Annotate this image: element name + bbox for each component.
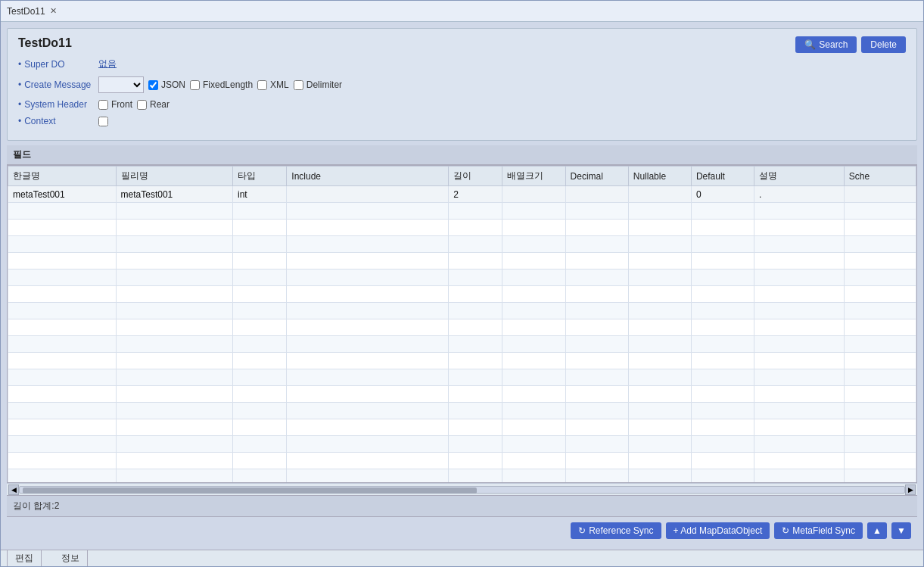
cell-default[interactable] (691, 336, 754, 353)
table-row[interactable] (8, 319, 916, 336)
cell-desc[interactable] (754, 469, 845, 484)
cell-length[interactable] (449, 419, 502, 436)
table-row[interactable] (8, 269, 916, 286)
scrollbar-track[interactable] (19, 486, 905, 494)
cell-nullable[interactable] (628, 369, 691, 386)
cell-field[interactable] (116, 403, 232, 419)
cell-length[interactable] (449, 203, 502, 220)
cell-include[interactable] (287, 369, 449, 386)
table-row[interactable] (8, 336, 916, 353)
cell-arraysize[interactable] (502, 253, 565, 269)
cell-korean[interactable] (8, 436, 117, 453)
cell-length[interactable] (449, 386, 502, 403)
cell-include[interactable] (287, 253, 449, 269)
cell-default[interactable] (691, 303, 754, 319)
cell-type[interactable] (233, 369, 287, 386)
cell-field[interactable] (116, 469, 232, 484)
cell-arraysize[interactable] (502, 269, 565, 286)
json-checkbox[interactable] (148, 80, 158, 90)
cell-length[interactable] (449, 319, 502, 336)
cell-korean[interactable] (8, 419, 117, 436)
context-checkbox[interactable] (98, 117, 108, 126)
cell-desc[interactable] (754, 253, 845, 269)
cell-korean[interactable] (8, 303, 117, 319)
cell-sche[interactable] (844, 336, 916, 353)
cell-include[interactable] (287, 469, 449, 484)
cell-decimal[interactable] (565, 269, 628, 286)
cell-korean[interactable] (8, 369, 117, 386)
table-row[interactable] (8, 436, 916, 453)
cell-field[interactable] (116, 336, 232, 353)
cell-include[interactable] (287, 186, 449, 203)
scrollbar-thumb[interactable] (23, 488, 477, 494)
cell-korean[interactable] (8, 353, 117, 369)
add-map-button[interactable]: + Add MapDataObject (666, 522, 770, 539)
cell-field[interactable] (116, 236, 232, 253)
table-row[interactable] (8, 469, 916, 484)
cell-desc[interactable] (754, 403, 845, 419)
cell-include[interactable] (287, 453, 449, 469)
meta-field-sync-button[interactable]: ↻ MetaField Sync (774, 522, 863, 539)
cell-arraysize[interactable] (502, 453, 565, 469)
cell-field[interactable] (116, 386, 232, 403)
cell-desc[interactable] (754, 436, 845, 453)
table-row[interactable] (8, 236, 916, 253)
cell-length[interactable] (449, 286, 502, 303)
cell-field[interactable] (116, 419, 232, 436)
cell-include[interactable] (287, 419, 449, 436)
cell-korean[interactable] (8, 403, 117, 419)
cell-length[interactable] (449, 236, 502, 253)
cell-sche[interactable] (844, 403, 916, 419)
cell-decimal[interactable] (565, 403, 628, 419)
cell-default[interactable] (691, 236, 754, 253)
cell-arraysize[interactable] (502, 236, 565, 253)
cell-default[interactable] (691, 453, 754, 469)
front-checkbox[interactable] (98, 100, 108, 110)
cell-desc[interactable] (754, 419, 845, 436)
cell-default[interactable] (691, 386, 754, 403)
table-row[interactable] (8, 419, 916, 436)
cell-type[interactable] (233, 236, 287, 253)
table-row[interactable] (8, 303, 916, 319)
cell-type[interactable] (233, 453, 287, 469)
cell-length[interactable] (449, 469, 502, 484)
rear-checkbox[interactable] (137, 100, 147, 110)
cell-desc[interactable] (754, 269, 845, 286)
cell-nullable[interactable] (628, 336, 691, 353)
cell-decimal[interactable] (565, 220, 628, 236)
table-row[interactable] (8, 403, 916, 419)
cell-default[interactable] (691, 220, 754, 236)
fixed-length-checkbox[interactable] (190, 80, 200, 90)
move-down-button[interactable]: ▼ (891, 522, 911, 539)
cell-default[interactable] (691, 319, 754, 336)
table-row[interactable] (8, 369, 916, 386)
cell-decimal[interactable] (565, 353, 628, 369)
cell-include[interactable] (287, 436, 449, 453)
cell-field[interactable] (116, 369, 232, 386)
cell-type[interactable] (233, 403, 287, 419)
xml-checkbox[interactable] (257, 80, 267, 90)
cell-sche[interactable] (844, 469, 916, 484)
cell-sche[interactable] (844, 303, 916, 319)
cell-decimal[interactable] (565, 386, 628, 403)
cell-include[interactable] (287, 220, 449, 236)
cell-include[interactable] (287, 286, 449, 303)
cell-sche[interactable] (844, 286, 916, 303)
table-row[interactable] (8, 453, 916, 469)
cell-default[interactable] (691, 403, 754, 419)
cell-include[interactable] (287, 269, 449, 286)
cell-length[interactable] (449, 369, 502, 386)
cell-field[interactable] (116, 436, 232, 453)
cell-type[interactable] (233, 386, 287, 403)
table-row[interactable] (8, 220, 916, 236)
cell-type[interactable] (233, 203, 287, 220)
cell-decimal[interactable] (565, 236, 628, 253)
cell-nullable[interactable] (628, 469, 691, 484)
cell-arraysize[interactable] (502, 469, 565, 484)
scroll-right-button[interactable]: ▶ (905, 484, 916, 495)
move-up-button[interactable]: ▲ (867, 522, 887, 539)
cell-default[interactable] (691, 203, 754, 220)
cell-desc[interactable] (754, 319, 845, 336)
cell-type[interactable] (233, 253, 287, 269)
cell-field[interactable]: metaTest001 (116, 186, 232, 203)
